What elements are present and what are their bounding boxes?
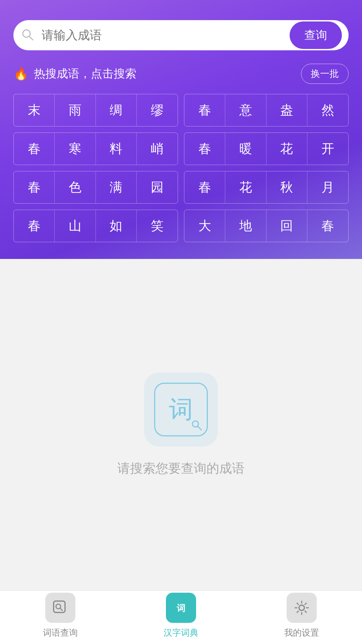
empty-icon-box: 词 [144,373,218,446]
search-input[interactable] [42,28,290,42]
idiom-char: 缪 [137,94,178,126]
idiom-char: 盎 [266,94,307,126]
main-content: 词 请搜索您要查询的成语 [0,259,362,590]
idiom-card-7[interactable]: 大地回春 [184,210,349,242]
word-nav-icon: 词 [172,599,190,616]
search-nav-icon [52,599,69,616]
refresh-button[interactable]: 换一批 [301,64,349,84]
svg-rect-4 [54,601,65,612]
svg-text:词: 词 [177,603,185,613]
idiom-card-0[interactable]: 末雨绸缪 [13,94,178,126]
settings-nav-icon-box [287,593,317,623]
empty-state: 词 请搜索您要查询的成语 [117,373,245,477]
idiom-char: 春 [14,210,55,242]
idiom-char: 大 [184,210,225,242]
bottom-nav: 词语查询 词 汉字词典 我的设置 [0,590,362,644]
nav-item-settings[interactable]: 我的设置 [241,593,362,639]
idiom-char: 秋 [266,171,307,203]
idiom-grid: 末雨绸缪春意盎然春寒料峭春暖花开春色满园春花秋月春山如笑大地回春 [13,94,349,242]
word-nav-icon-box: 词 [166,593,196,623]
idiom-char: 春 [307,210,348,242]
idiom-char: 春 [184,94,225,126]
idiom-char: 色 [55,171,96,203]
idiom-card-6[interactable]: 春山如笑 [13,210,178,242]
idiom-char: 春 [184,133,225,165]
nav-label-dictionary: 汉字词典 [164,627,198,639]
idiom-char: 回 [266,210,307,242]
search-icon [20,27,35,43]
idiom-card-4[interactable]: 春色满园 [13,171,178,204]
idiom-char: 花 [225,171,266,203]
idiom-char: 寒 [55,133,96,165]
idiom-card-2[interactable]: 春寒料峭 [13,132,178,165]
idiom-char: 末 [14,94,55,126]
hot-section-header: 🔥 热搜成语，点击搜索 换一批 [13,64,349,84]
idiom-char: 山 [55,210,96,242]
search-button[interactable]: 查询 [290,21,342,49]
idiom-char: 月 [307,171,348,203]
search-nav-icon-box [45,593,75,623]
idiom-char: 园 [137,171,178,203]
idiom-char: 料 [96,133,137,165]
idiom-card-3[interactable]: 春暖花开 [184,132,349,165]
idiom-char: 暖 [225,133,266,165]
idiom-char: 绸 [96,94,137,126]
idiom-card-1[interactable]: 春意盎然 [184,94,349,126]
nav-label-settings: 我的设置 [284,627,319,639]
idiom-char: 然 [307,94,348,126]
idiom-char: 地 [225,210,266,242]
word-char: 词 [169,393,193,426]
search-bar: 查询 [13,20,349,50]
svg-line-1 [29,36,33,40]
idiom-char: 春 [14,171,55,203]
hot-label-text: 热搜成语，点击搜索 [34,66,136,82]
svg-line-3 [197,426,201,430]
idiom-char: 笑 [137,210,178,242]
nav-item-dictionary[interactable]: 词 汉字词典 [121,593,241,639]
empty-hint-text: 请搜索您要查询的成语 [117,460,245,477]
idiom-char: 开 [307,133,348,165]
svg-point-9 [299,605,304,610]
nav-label-search: 词语查询 [43,627,78,639]
nav-item-search[interactable]: 词语查询 [0,593,121,639]
idiom-card-5[interactable]: 春花秋月 [184,171,349,204]
idiom-char: 如 [96,210,137,242]
hot-label: 🔥 热搜成语，点击搜索 [13,66,136,82]
idiom-char: 满 [96,171,137,203]
idiom-char: 峭 [137,133,178,165]
idiom-char: 意 [225,94,266,126]
flame-icon: 🔥 [13,67,28,81]
svg-line-6 [60,608,62,610]
idiom-char: 雨 [55,94,96,126]
settings-nav-icon [293,599,310,616]
search-mini-icon [190,419,203,432]
idiom-char: 花 [266,133,307,165]
header-area: 查询 🔥 热搜成语，点击搜索 换一批 末雨绸缪春意盎然春寒料峭春暖花开春色满园春… [0,0,362,259]
idiom-char: 春 [184,171,225,203]
word-icon-inner: 词 [154,383,208,436]
idiom-char: 春 [14,133,55,165]
